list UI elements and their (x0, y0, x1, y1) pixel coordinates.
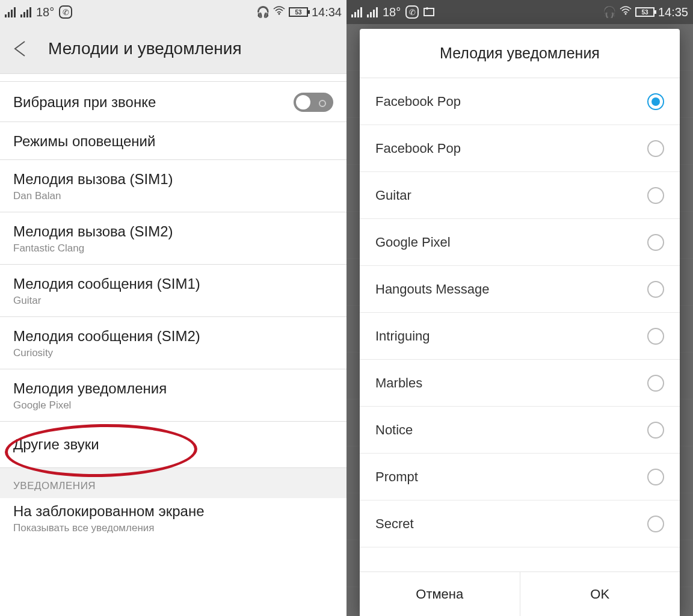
row-lockscreen[interactable]: На заблокированном экране Показывать все… (0, 498, 346, 534)
row-label: На заблокированном экране (13, 503, 333, 520)
section-notifications: УВЕДОМЛЕНИЯ (0, 468, 346, 498)
signal-icon-2 (367, 7, 378, 17)
headphones-icon: 🎧 (256, 5, 270, 19)
row-label: Другие звуки (13, 436, 333, 453)
signal-icon (351, 7, 362, 17)
ok-button[interactable]: OK (520, 572, 680, 616)
radio-icon[interactable] (647, 140, 664, 157)
viber-icon (59, 5, 72, 19)
settings-list: Вибрация при звонке Режимы оповещений Ме… (0, 73, 346, 534)
option-label: Google Pixel (375, 235, 451, 250)
ringtone-option[interactable]: Facebook Pop (360, 78, 680, 125)
radio-icon[interactable] (647, 469, 664, 485)
row-vibration[interactable]: Вибрация при звонке (0, 82, 346, 122)
radio-icon[interactable] (647, 281, 664, 298)
radio-icon[interactable] (647, 516, 664, 532)
row-message-sim2[interactable]: Мелодия сообщения (SIM2) Curiosity (0, 317, 346, 369)
svg-point-0 (278, 13, 280, 14)
clock: 14:35 (658, 5, 688, 19)
radio-icon[interactable] (647, 375, 664, 392)
gallery-icon (424, 8, 434, 16)
row-sublabel: Dan Balan (13, 190, 333, 202)
status-bar: 18° 🎧 53 14:34 (0, 0, 346, 24)
toggle-off-icon[interactable] (294, 93, 333, 112)
row-notification-tone[interactable]: Мелодия уведомления Google Pixel (0, 369, 346, 422)
row-other-sounds[interactable]: Другие звуки (0, 422, 346, 468)
viber-icon (405, 5, 419, 19)
row-label: Мелодия вызова (SIM1) (13, 171, 333, 188)
row-label: Вибрация при звонке (13, 94, 156, 111)
page-title: Мелодии и уведомления (48, 39, 242, 58)
radio-icon[interactable] (647, 187, 664, 204)
radio-icon[interactable] (647, 328, 664, 345)
option-label: Secret (375, 516, 414, 532)
ringtone-option[interactable]: Notice (360, 407, 680, 454)
row-alert-modes[interactable]: Режимы оповещений (0, 122, 346, 160)
battery-icon: 53 (289, 7, 308, 17)
ringtone-option[interactable]: Prompt (360, 454, 680, 500)
dialog-title: Мелодия уведомления (360, 29, 680, 78)
back-button[interactable] (10, 37, 34, 61)
ringtone-option[interactable]: Hangouts Message (360, 266, 680, 313)
option-label: Intriguing (375, 328, 430, 344)
weather-temp: 18° (36, 5, 54, 19)
option-label: Guitar (375, 188, 411, 203)
clock: 14:34 (312, 5, 342, 19)
screen-dialog: 18° 🎧 53 14:35 Мелодия уведомления Faceb… (346, 0, 693, 616)
row-label: Мелодия вызова (SIM2) (13, 223, 333, 240)
wifi-icon (620, 6, 632, 19)
option-label: Hangouts Message (375, 282, 490, 297)
cancel-button[interactable]: Отмена (360, 572, 520, 616)
row-sublabel: Guitar (13, 295, 333, 307)
dialog-buttons: Отмена OK (360, 571, 680, 616)
svg-point-1 (624, 13, 626, 14)
radio-icon[interactable] (647, 422, 664, 439)
wifi-icon (273, 6, 285, 19)
radio-icon[interactable] (647, 234, 664, 251)
title-bar: Мелодии и уведомления (0, 24, 346, 73)
option-label: Prompt (375, 469, 418, 485)
radio-selected-icon[interactable] (647, 93, 664, 110)
headphones-icon: 🎧 (603, 5, 616, 19)
row-label: Мелодия сообщения (SIM1) (13, 276, 333, 292)
ringtone-option[interactable]: Guitar (360, 172, 680, 219)
battery-icon: 53 (635, 7, 654, 17)
screen-settings: 18° 🎧 53 14:34 Мелодии и уведомления Виб… (0, 0, 346, 616)
dialog-list[interactable]: Facebook PopFacebook PopGuitarGoogle Pix… (360, 78, 680, 571)
row-sublabel: Показывать все уведомления (13, 522, 333, 534)
ringtone-option[interactable]: Secret (360, 500, 680, 547)
ringtone-option[interactable]: Intriguing (360, 313, 680, 360)
row-sublabel: Curiosity (13, 347, 333, 359)
signal-icon (5, 7, 16, 17)
row-message-sim1[interactable]: Мелодия сообщения (SIM1) Guitar (0, 265, 346, 317)
row-ringtone-sim2[interactable]: Мелодия вызова (SIM2) Fantastic Clang (0, 212, 346, 265)
option-label: Notice (375, 422, 413, 438)
signal-icon-2 (20, 7, 31, 17)
status-bar: 18° 🎧 53 14:35 (346, 0, 693, 24)
row-label: Мелодия уведомления (13, 380, 333, 397)
partial-row-top (0, 73, 346, 82)
row-ringtone-sim1[interactable]: Мелодия вызова (SIM1) Dan Balan (0, 160, 346, 212)
ringtone-dialog: Мелодия уведомления Facebook PopFacebook… (360, 29, 680, 616)
row-sublabel: Fantastic Clang (13, 242, 333, 254)
option-label: Marbles (375, 375, 422, 391)
row-sublabel: Google Pixel (13, 399, 333, 411)
option-label: Facebook Pop (375, 94, 461, 109)
option-label: Facebook Pop (375, 141, 461, 156)
ringtone-option[interactable]: Marbles (360, 360, 680, 407)
ringtone-option[interactable]: Google Pixel (360, 219, 680, 266)
ringtone-option[interactable]: Facebook Pop (360, 125, 680, 172)
weather-temp: 18° (383, 5, 401, 19)
row-label: Режимы оповещений (13, 133, 333, 150)
row-label: Мелодия сообщения (SIM2) (13, 328, 333, 345)
